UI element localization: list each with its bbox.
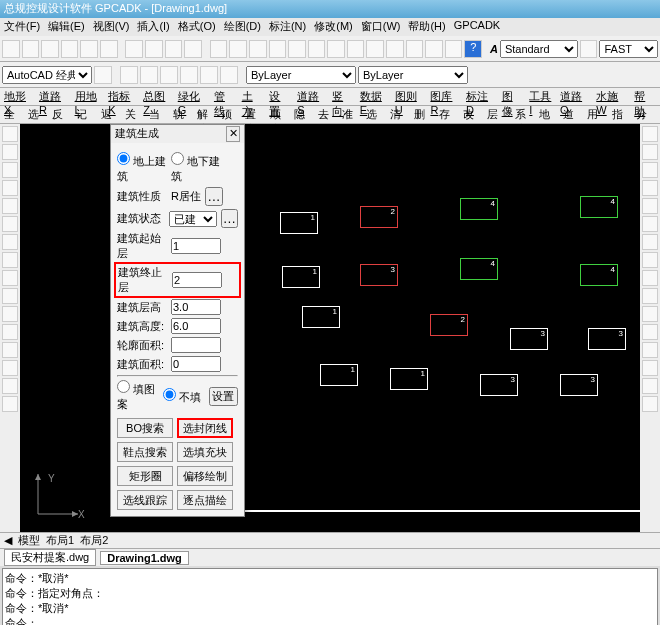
bo-search-button[interactable]: BO搜索 [117, 418, 173, 438]
tab[interactable]: 用地L [75, 89, 103, 104]
tool-icon[interactable] [220, 66, 238, 84]
tool-icon[interactable] [210, 40, 228, 58]
tool-icon[interactable] [642, 144, 658, 160]
hatch-icon[interactable] [2, 252, 18, 268]
tool-icon[interactable] [269, 40, 287, 58]
offset-draw-button[interactable]: 偏移绘制 [177, 466, 233, 486]
menu-gpcadk[interactable]: GPCADK [454, 19, 500, 35]
point-trace-button[interactable]: 逐点描绘 [177, 490, 233, 510]
cmd[interactable]: 选层 [366, 107, 386, 122]
cmd[interactable]: 轨量 [173, 107, 193, 122]
tool-icon[interactable] [2, 40, 20, 58]
tab[interactable]: 数据E [360, 89, 389, 104]
tool-icon[interactable] [200, 66, 218, 84]
tool-icon[interactable] [288, 40, 306, 58]
state-select[interactable]: 已建 [169, 211, 217, 227]
menu-window[interactable]: 窗口(W) [361, 19, 401, 35]
tool-icon[interactable] [642, 216, 658, 232]
cmd[interactable]: 改层 [463, 107, 483, 122]
fill-pattern-radio[interactable] [117, 380, 130, 393]
text-icon[interactable] [2, 288, 18, 304]
layout-tab-2[interactable]: 布局2 [80, 533, 108, 548]
menu-dim[interactable]: 标注(N) [269, 19, 306, 35]
tool-icon[interactable] [386, 40, 404, 58]
select-fill-block-button[interactable]: 选填充块 [177, 442, 233, 462]
tool-icon[interactable] [2, 360, 18, 376]
cmd[interactable]: 全显 [4, 107, 24, 122]
below-ground-radio[interactable] [171, 152, 184, 165]
tool-icon[interactable] [22, 40, 40, 58]
tool-icon[interactable] [308, 40, 326, 58]
ellipse-icon[interactable] [2, 234, 18, 250]
drawing-canvas[interactable]: 1 2 4 4 1 3 4 4 1 2 3 3 1 1 3 3 Y X 建筑 [20, 124, 640, 532]
cmd[interactable]: 返层 [101, 107, 121, 122]
tool-icon[interactable] [2, 342, 18, 358]
cmd[interactable]: 关闭 [125, 107, 145, 122]
tab[interactable]: 标注D [466, 89, 496, 104]
tool-icon[interactable] [61, 40, 79, 58]
outline-area-input[interactable] [171, 337, 221, 353]
tool-icon[interactable] [347, 40, 365, 58]
tool-icon[interactable] [2, 324, 18, 340]
tab[interactable]: 图像 [502, 89, 524, 104]
layout-tab-model[interactable]: 模型 [18, 533, 40, 548]
tab[interactable]: 指标K [108, 89, 137, 104]
tab[interactable]: 管线 [214, 89, 236, 104]
cmd[interactable]: 准选 [342, 107, 362, 122]
menu-insert[interactable]: 插入(I) [137, 19, 169, 35]
cmd[interactable]: 反显 [52, 107, 72, 122]
tool-icon[interactable] [642, 378, 658, 394]
building-height-input[interactable] [171, 318, 221, 334]
tool-icon[interactable] [140, 66, 158, 84]
tab[interactable]: 道路R [39, 89, 69, 104]
tool-icon[interactable] [2, 378, 18, 394]
tab[interactable]: 竖向 [332, 89, 354, 104]
doc-tab-active[interactable]: Drawing1.dwg [100, 551, 189, 565]
tool-icon[interactable] [642, 288, 658, 304]
tool-icon[interactable] [145, 40, 163, 58]
cmd[interactable]: 层树 [487, 107, 507, 122]
tool-icon[interactable] [445, 40, 463, 58]
tool-icon[interactable] [642, 360, 658, 376]
menu-modify[interactable]: 修改(M) [314, 19, 353, 35]
spline-icon[interactable] [2, 216, 18, 232]
select-closed-line-button[interactable]: 选封闭线 [177, 418, 233, 438]
tab[interactable]: 地形X [4, 89, 33, 104]
tool-icon[interactable] [229, 40, 247, 58]
tool-icon[interactable] [642, 396, 658, 412]
start-floor-input[interactable] [171, 238, 221, 254]
cmd[interactable]: 指标 [612, 107, 632, 122]
tab[interactable]: 土方 [242, 89, 264, 104]
arc-icon[interactable] [2, 144, 18, 160]
line-icon[interactable] [2, 126, 18, 142]
cmd[interactable]: 当前 [149, 107, 169, 122]
fill-settings-button[interactable]: 设置 [209, 387, 238, 406]
tab[interactable]: 水施W [596, 89, 628, 104]
cmd[interactable]: 分析 [636, 107, 656, 122]
lineweight-combo[interactable]: ByLayer [358, 66, 468, 84]
rect-icon[interactable] [2, 180, 18, 196]
tab[interactable]: 图库R [430, 89, 460, 104]
help-icon[interactable]: ? [464, 40, 482, 58]
doc-tab[interactable]: 民安村提案.dwg [4, 549, 96, 566]
tool-icon[interactable] [642, 198, 658, 214]
tab[interactable]: 道路S [297, 89, 326, 104]
menu-file[interactable]: 文件(F) [4, 19, 40, 35]
tab[interactable]: 图则U [395, 89, 425, 104]
tool-icon[interactable] [100, 40, 118, 58]
tool-icon[interactable] [642, 252, 658, 268]
cmd[interactable]: 去隐 [318, 107, 338, 122]
state-browse-button[interactable]: … [221, 209, 238, 228]
tool-icon[interactable] [249, 40, 267, 58]
cmd[interactable]: 地形 [539, 107, 559, 122]
menu-edit[interactable]: 编辑(E) [48, 19, 85, 35]
end-floor-input[interactable] [172, 272, 222, 288]
menu-view[interactable]: 视图(V) [93, 19, 130, 35]
tool-icon[interactable] [642, 270, 658, 286]
tool-icon[interactable] [165, 40, 183, 58]
color-combo[interactable]: ByLayer [246, 66, 356, 84]
cmd[interactable]: 记层 [76, 107, 96, 122]
tab[interactable]: 设置 [269, 89, 291, 104]
tool-icon[interactable] [642, 126, 658, 142]
cmd[interactable]: 隐藏 [294, 107, 314, 122]
